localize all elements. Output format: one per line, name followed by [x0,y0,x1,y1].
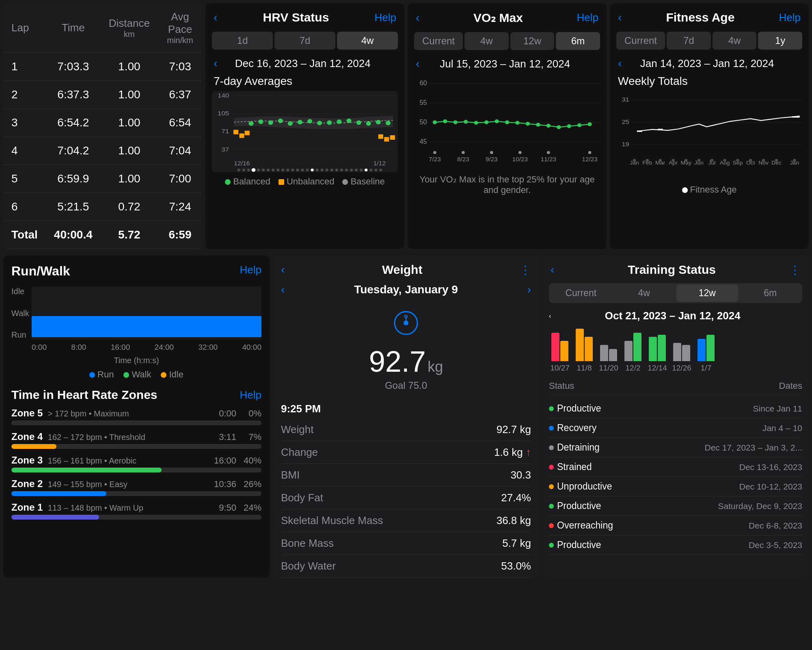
ts-week-bars [576,329,593,361]
svg-text:12/16: 12/16 [234,160,250,167]
ts-week-bars [600,329,617,361]
weight-header: ‹ Weight ⋮ [273,256,539,280]
svg-text:31: 31 [622,96,629,103]
ts-tab-12w[interactable]: 12w [676,284,738,302]
ts-dates-col: Jan 4 – 10 [676,423,802,433]
col-header-lap: Lap [3,3,46,53]
weight-panel: ‹ Weight ⋮ ‹ Tuesday, January 9 › 92.7 k… [273,256,539,578]
ts-date-text: Oct 21, 2023 – Jan 12, 2024 [605,310,741,322]
svg-text:11/23: 11/23 [541,156,556,162]
vo2-tab-current[interactable]: Current [414,32,463,50]
lap-number: 3 [3,109,46,137]
fitness-date-range: ‹ Jan 14, 2023 – Jan 12, 2024 [610,54,809,73]
zone-bar-track [11,491,261,496]
lap-total-row: Total 40:00.4 5.72 6:59 [3,221,202,249]
ts-week-label: 12/26 [672,364,691,373]
ts-dates-col: Dec 17, 2023 – Jan 3, 2... [676,443,802,453]
fitness-tab-current[interactable]: Current [616,32,665,50]
svg-text:60: 60 [419,79,427,86]
lap-time: 6:59.9 [46,165,101,193]
svg-text:8/23: 8/23 [457,156,469,162]
zone-pct: 40% [241,455,261,466]
ts-menu-button[interactable]: ⋮ [789,263,801,277]
vo2-back-button[interactable]: ‹ [416,11,419,24]
vo2-tab-6m[interactable]: 6m [556,32,600,50]
vo2-tab-12w[interactable]: 12w [510,32,555,50]
ts-tab-4w[interactable]: 4w [613,284,675,302]
ts-prev-arrow[interactable]: ‹ [549,312,551,320]
rw-zones-help-button[interactable]: Help [240,389,261,401]
ts-tab-current[interactable]: Current [550,284,612,302]
svg-point-124 [698,159,701,162]
ts-table: Status Dates Productive Since Jan 11 Rec… [542,376,809,560]
weight-back-button[interactable]: ‹ [281,263,285,276]
ts-status-label: Productive [557,540,601,550]
weight-metric-label: Weight [281,423,313,436]
vo2-tab-4w[interactable]: 4w [464,32,509,50]
lap-number: 2 [3,81,46,109]
ts-week-label: 11/8 [577,364,592,373]
zone-time: 16:00 [214,455,236,466]
hrv-tab-1d[interactable]: 1d [212,32,273,50]
ts-table-rows: Productive Since Jan 11 Recovery Jan 4 –… [549,399,802,555]
ts-tab-6m[interactable]: 6m [740,284,801,302]
hrv-help-button[interactable]: Help [375,11,396,24]
zone-bar-track [11,515,261,520]
zone-bpm: 113 – 148 bpm • Warm Up [48,503,143,512]
fitness-tab-7d[interactable]: 7d [667,32,711,50]
weight-next-button[interactable]: › [527,283,531,296]
weight-metric-value: 27.4% [501,492,531,504]
hrv-tab-7d[interactable]: 7d [274,32,335,50]
weight-metric-row: Weight 92.7 kg [281,418,531,441]
fitness-age-panel: ‹ Fitness Age Help Current 7d 4w 1y ‹ Ja… [610,3,809,249]
ts-status-col: Detraining [549,442,676,453]
ts-table-row: Unproductive Dec 10-12, 2023 [549,477,802,496]
weight-metric-value: 92.7 kg [497,423,531,436]
zone-row: Zone 1 113 – 148 bpm • Warm Up 9:50 24% [11,502,261,520]
svg-point-9 [259,119,263,124]
rw-help-button[interactable]: Help [240,264,261,276]
zone-time: 0:00 [219,408,236,419]
fitness-back-button[interactable]: ‹ [618,11,622,24]
fitness-prev-arrow[interactable]: ‹ [618,57,622,70]
lap-time: 6:54.2 [46,109,101,137]
lap-time: 7:03.3 [46,53,101,81]
zone-row: Zone 2 149 – 155 bpm • Easy 10:36 26% [11,478,261,496]
fitness-tab-1y[interactable]: 1y [758,32,802,50]
rw-header: Run/Walk Help [11,264,261,280]
lap-pace: 7:03 [158,53,202,81]
ts-bar [698,339,706,361]
ts-chart-area: 10/2711/811/2012/212/1412/261/7 [542,325,809,376]
lap-row: 4 7:04.2 1.00 7:04 [3,137,202,165]
svg-text:71: 71 [221,128,229,134]
svg-point-89 [547,151,550,154]
svg-point-32 [242,169,245,171]
vo2-prev-arrow[interactable]: ‹ [416,57,419,70]
ts-col-dates: Dates [779,381,802,391]
svg-point-8 [248,121,253,126]
zone-label-row: Zone 4 162 – 172 bpm • Threshold 3:11 7% [11,431,261,442]
vo2-help-button[interactable]: Help [577,11,598,24]
fitness-tab-4w[interactable]: 4w [713,32,757,50]
hrv-chart-svg: 140 105 71 37 [212,91,398,172]
ts-back-button[interactable]: ‹ [551,263,554,276]
zone-label-row: Zone 1 113 – 148 bpm • Warm Up 9:50 24% [11,502,261,513]
weight-prev-button[interactable]: ‹ [281,283,285,296]
svg-point-33 [247,169,250,171]
hrv-tab-4w[interactable]: 4w [337,32,398,50]
ts-dates-col: Dec 13-16, 2023 [676,462,802,472]
svg-rect-25 [245,131,250,135]
svg-text:50: 50 [419,118,427,125]
svg-rect-26 [378,134,383,139]
hrv-section-title: 7-day Averages [205,73,404,91]
fitness-help-button[interactable]: Help [779,11,801,24]
weight-menu-button[interactable]: ⋮ [520,263,531,277]
svg-point-59 [374,169,377,171]
zone-pct: 7% [241,432,261,442]
vo2-panel: ‹ VO₂ Max Help Current 4w 12w 6m ‹ Jul 1… [408,3,607,249]
fitness-header: ‹ Fitness Age Help [610,3,809,28]
svg-text:10/23: 10/23 [512,156,528,162]
hrv-prev-arrow[interactable]: ‹ [214,57,217,70]
hrv-back-button[interactable]: ‹ [214,11,217,24]
lap-row: 6 5:21.5 0.72 7:24 [3,193,202,221]
